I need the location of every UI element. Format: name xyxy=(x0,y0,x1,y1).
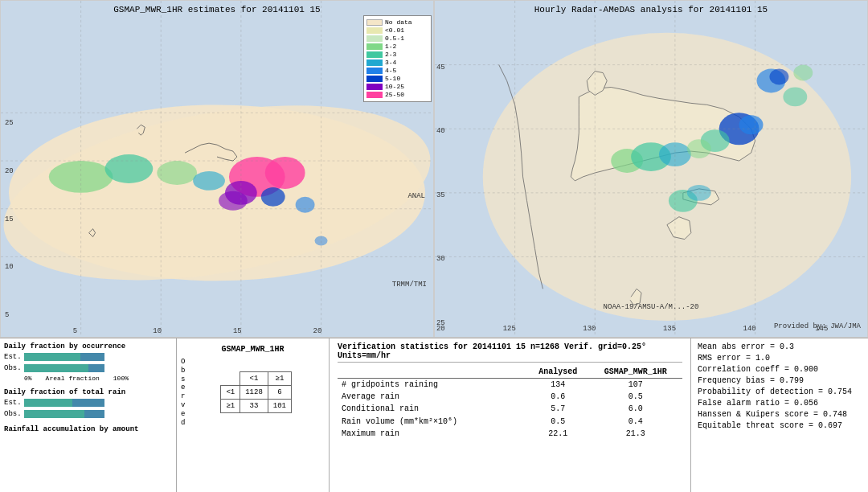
verif-metric-label: # gridpoints raining xyxy=(338,379,527,392)
obs-bar-occurrence-green xyxy=(24,364,88,372)
legend-label-nodata: No data xyxy=(385,18,412,26)
svg-point-28 xyxy=(265,157,305,189)
svg-point-60 xyxy=(769,69,788,85)
score-row-2: Correlation coeff = 0.900 xyxy=(698,365,862,374)
contingency-table: <1 ≥1 <1 1128 6 ≥1 33 101 xyxy=(220,371,292,413)
svg-text:20: 20 xyxy=(313,327,322,335)
svg-text:5: 5 xyxy=(73,327,77,335)
svg-point-32 xyxy=(219,191,248,211)
svg-point-33 xyxy=(193,171,225,191)
verif-metric-label: Conditional rain xyxy=(338,403,527,415)
est-bar-rain-blue xyxy=(72,399,104,407)
svg-text:5: 5 xyxy=(5,311,9,319)
legend-label-25: 25-50 xyxy=(385,91,404,98)
amount-chart-title: Rainfall accumulation by amount xyxy=(4,425,172,433)
charts-panel: Daily fraction by occurrence Est. Obs. xyxy=(0,338,177,492)
verif-metric-label: Average rain xyxy=(338,391,527,403)
verif-gsmap-2: 6.0 xyxy=(589,403,682,415)
verif-analysed-2: 5.7 xyxy=(527,403,589,415)
svg-text:15: 15 xyxy=(233,327,242,335)
contingency-table-wrapper: O b s e r v e d <1 ≥1 <1 xyxy=(181,358,325,427)
verif-row: Maximum rain 22.1 21.3 xyxy=(338,428,682,440)
cell-d: 101 xyxy=(268,400,291,413)
legend-label-2: 2-3 xyxy=(385,51,396,58)
right-map-panel: Hourly Radar-AMeDAS analysis for 2014110… xyxy=(434,0,868,338)
svg-text:40: 40 xyxy=(436,127,445,135)
verif-analysed-4: 22.1 xyxy=(527,428,589,440)
svg-text:15: 15 xyxy=(5,215,14,223)
svg-text:35: 35 xyxy=(436,191,445,199)
svg-point-31 xyxy=(296,197,315,213)
scores-panel: Mean abs error = 0.3RMS error = 1.0Corre… xyxy=(691,338,868,492)
est-label-rain: Est. xyxy=(4,399,24,407)
svg-point-66 xyxy=(793,65,813,81)
score-row-5: False alarm ratio = 0.056 xyxy=(698,399,862,408)
verif-col-gsmap: GSMAP_MWR_1HR xyxy=(589,366,682,379)
occurrence-chart: Est. Obs. 0% Areal fraction xyxy=(4,352,172,382)
svg-text:20: 20 xyxy=(5,167,14,175)
svg-text:30: 30 xyxy=(436,255,445,263)
left-map-panel: GSMAP_MWR_1HR estimates for 20141101 15 xyxy=(0,0,434,338)
est-label-occurrence: Est. xyxy=(4,353,24,361)
score-row-0: Mean abs error = 0.3 xyxy=(698,342,862,351)
axis-0-occurrence: 0% xyxy=(24,375,32,382)
main-container: GSMAP_MWR_1HR estimates for 20141101 15 xyxy=(0,0,868,492)
verif-col-metric xyxy=(338,366,527,379)
left-map-title: GSMAP_MWR_1HR estimates for 20141101 15 xyxy=(1,2,433,17)
verif-metric-label: Maximum rain xyxy=(338,428,527,440)
right-map-title: Hourly Radar-AMeDAS analysis for 2014110… xyxy=(435,2,867,17)
legend-label-3: 3-4 xyxy=(385,59,396,66)
est-bar-occurrence-green xyxy=(24,353,80,361)
map-label-noaa: NOAA-19/AMSU-A/M...-20 xyxy=(604,303,699,311)
verif-table: Analysed GSMAP_MWR_1HR # gridpoints rain… xyxy=(338,366,682,440)
map-label-provided: Provided by: JWA/JMA xyxy=(774,322,861,330)
legend-label-1: 1-2 xyxy=(385,43,396,50)
svg-text:135: 135 xyxy=(663,325,676,333)
svg-text:130: 130 xyxy=(583,325,596,333)
legend-label-5: 5-10 xyxy=(385,75,400,82)
svg-point-25 xyxy=(105,154,154,183)
verif-gsmap-4: 21.3 xyxy=(589,428,682,440)
legend-label-10: 10-25 xyxy=(385,83,404,90)
col-header-more: ≥1 xyxy=(268,372,291,386)
obs-label-occurrence: Obs. xyxy=(4,364,24,372)
obs-bar-rain-green xyxy=(24,410,84,418)
verif-table-body: # gridpoints raining 134 107 Average rai… xyxy=(338,379,682,441)
verif-gsmap-3: 0.4 xyxy=(589,415,682,428)
svg-point-26 xyxy=(157,161,197,185)
verif-analysed-0: 134 xyxy=(527,379,589,392)
stats-section: Daily fraction by occurrence Est. Obs. xyxy=(0,338,868,492)
score-row-7: Equitable threat score = 0.697 xyxy=(698,421,862,430)
map-label-anal: ANAL xyxy=(407,192,425,200)
verif-title: Verification statistics for 20141101 15 … xyxy=(338,342,682,363)
obs-label-rain: Obs. xyxy=(4,410,24,418)
verif-analysed-1: 0.6 xyxy=(527,391,589,403)
est-bar-rain-green xyxy=(24,399,72,407)
rain-chart-title: Daily fraction of total rain xyxy=(4,388,172,396)
svg-text:140: 140 xyxy=(743,325,756,333)
legend-box: No data <0.01 0.5-1 1-2 xyxy=(363,15,432,102)
score-row-6: Hanssen & Kuipers score = 0.748 xyxy=(698,410,862,419)
legend-label-001: <0.01 xyxy=(385,27,404,34)
axis-areal: Areal fraction xyxy=(46,375,100,382)
svg-point-30 xyxy=(261,187,285,207)
verif-row: Rain volume (mm*km²×10⁶) 0.5 0.4 xyxy=(338,415,682,428)
occurrence-chart-title: Daily fraction by occurrence xyxy=(4,342,172,351)
svg-point-58 xyxy=(739,115,764,134)
svg-point-62 xyxy=(687,139,711,158)
verif-analysed-3: 0.5 xyxy=(527,415,589,428)
row-header-more: ≥1 xyxy=(221,400,240,413)
svg-text:125: 125 xyxy=(503,325,516,333)
rain-chart: Est. Obs. xyxy=(4,398,172,419)
score-row-4: Probability of detection = 0.754 xyxy=(698,387,862,396)
legend-no-data: No data <0.01 0.5-1 1-2 xyxy=(366,18,428,98)
verif-gsmap-0: 107 xyxy=(589,379,682,392)
svg-text:45: 45 xyxy=(436,64,445,72)
maps-section: GSMAP_MWR_1HR estimates for 20141101 15 xyxy=(0,0,868,338)
cell-a: 1128 xyxy=(240,386,268,400)
svg-text:10: 10 xyxy=(153,327,162,335)
verif-col-analysed: Analysed xyxy=(527,366,589,379)
contingency-panel: GSMAP_MWR_1HR O b s e r v e d <1 ≥1 xyxy=(177,338,330,492)
right-map-svg: 45 40 35 30 25 125 130 135 140 145 20 xyxy=(435,1,867,337)
cell-b: 6 xyxy=(268,386,291,400)
